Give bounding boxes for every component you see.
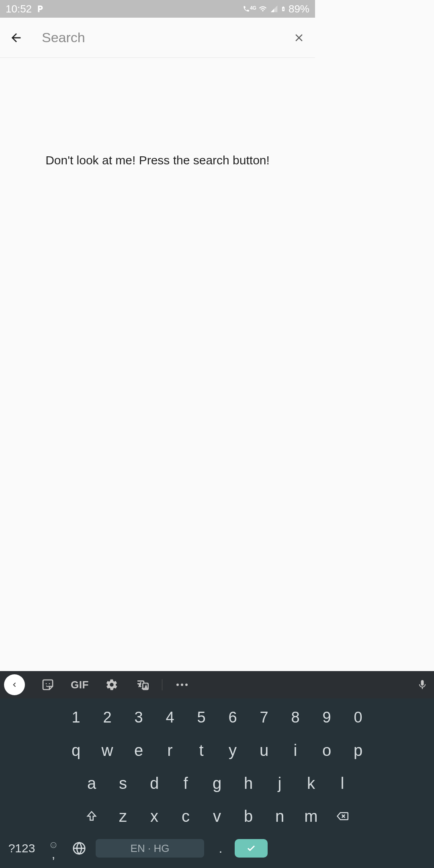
empty-state-message: Don't look at me! Press the search butto… xyxy=(45,154,270,167)
status-right: 4G 89% xyxy=(243,3,309,15)
battery-percentage: 89% xyxy=(289,3,309,15)
content-area: Don't look at me! Press the search butto… xyxy=(0,58,315,263)
app-bar xyxy=(0,18,315,58)
status-left: 10:52 xyxy=(6,3,45,15)
cellular-signal-icon xyxy=(270,5,278,13)
status-time: 10:52 xyxy=(6,3,32,15)
status-bar: 10:52 4G 89% xyxy=(0,0,315,18)
close-icon xyxy=(293,32,305,44)
battery-charging-icon xyxy=(280,4,286,13)
wifi-icon xyxy=(258,5,268,13)
call-4g-icon: 4G xyxy=(243,5,256,12)
back-button[interactable] xyxy=(7,29,25,47)
arrow-back-icon xyxy=(9,31,23,45)
clear-button[interactable] xyxy=(290,29,308,47)
search-input[interactable] xyxy=(25,30,290,45)
network-label: 4G xyxy=(250,5,256,11)
parking-icon xyxy=(36,4,45,13)
